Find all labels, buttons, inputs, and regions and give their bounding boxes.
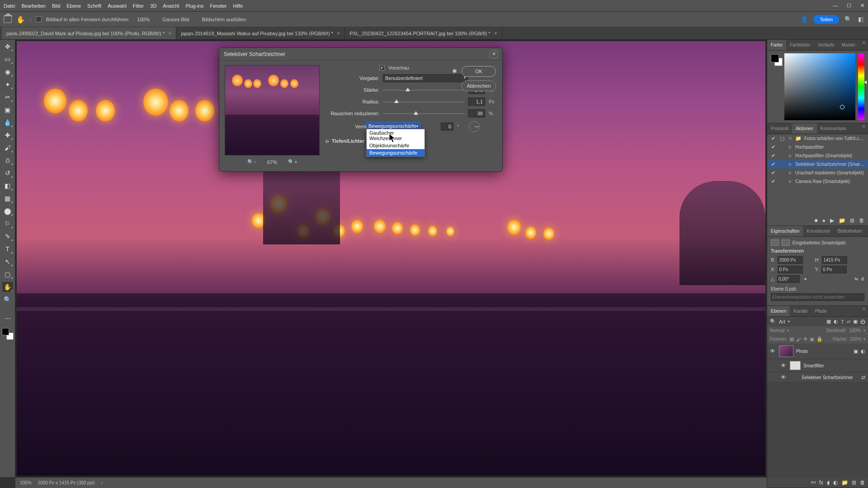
trash-icon[interactable]: 🗑	[859, 217, 864, 224]
opacity-value[interactable]: 100%	[849, 328, 861, 333]
lock-position-icon[interactable]: ✥	[803, 336, 807, 342]
panel-menu-icon[interactable]: ≡	[860, 306, 868, 316]
home-icon[interactable]	[4, 16, 12, 23]
visibility-icon[interactable]: 👁	[781, 374, 787, 380]
fill-screen-button[interactable]: Bildschirm ausfüllen	[198, 15, 250, 24]
panel-menu-icon[interactable]: ≡	[860, 123, 868, 134]
smartfilter-row[interactable]: 👁 Smartfilter	[767, 359, 868, 372]
menu-bild[interactable]: Bild	[52, 3, 60, 9]
cancel-button[interactable]: Abbrechen	[462, 80, 496, 91]
search-icon[interactable]: 🔍	[844, 16, 852, 23]
maximize-icon[interactable]: ☐	[847, 3, 851, 9]
stop-icon[interactable]: ■	[815, 217, 818, 224]
crop-tool-icon[interactable]: ✂	[2, 92, 13, 102]
preview-image[interactable]	[225, 65, 320, 155]
tab-kommentare[interactable]: Kommentare	[817, 123, 850, 134]
color-spectrum[interactable]	[784, 53, 855, 120]
close-tab-icon[interactable]: ×	[494, 30, 497, 37]
group-icon[interactable]: 📁	[841, 479, 848, 486]
marquee-tool-icon[interactable]: ▭	[2, 54, 13, 64]
trash-icon[interactable]: 🗑	[860, 479, 865, 486]
foreground-color-swatch[interactable]	[2, 328, 9, 335]
pen-tool-icon[interactable]: ✎	[2, 231, 13, 241]
lasso-tool-icon[interactable]: ◉	[2, 67, 13, 77]
move-tool-icon[interactable]: ✥	[2, 42, 13, 52]
new-set-icon[interactable]: 📁	[839, 217, 845, 224]
action-row[interactable]: ✔▷Hochpassfilter (Smartobjekt)	[767, 151, 868, 160]
filter-toggle-icon[interactable]: ⏻	[860, 319, 865, 324]
blend-mode-select[interactable]: Normal	[770, 328, 784, 333]
gradient-tool-icon[interactable]: ▦	[2, 193, 13, 203]
blend-options-icon[interactable]: ⇄	[861, 375, 865, 380]
lock-transparency-icon[interactable]: ▦	[789, 336, 794, 342]
tab-protokoll[interactable]: Protokoll	[767, 123, 792, 134]
frame-tool-icon[interactable]: ▣	[2, 105, 13, 115]
action-row[interactable]: ✔▷Hochpassfilter	[767, 143, 868, 151]
hue-slider[interactable]	[858, 53, 864, 120]
tab-korrekturen[interactable]: Korrekturen	[803, 226, 834, 236]
filter-pixel-icon[interactable]: ▦	[826, 319, 831, 324]
adjustment-icon[interactable]: ◐	[833, 479, 838, 486]
preview-checkbox[interactable]: ✔	[379, 65, 385, 70]
stamp-tool-icon[interactable]: ⎙	[2, 155, 13, 165]
tab-kanaele[interactable]: Kanäle	[790, 306, 811, 316]
tab-verlaeufe[interactable]: Verläufe	[814, 40, 838, 50]
angle-input[interactable]	[441, 122, 453, 131]
status-dimensions[interactable]: 2000 Px x 1415 Px (300 ppi)	[38, 480, 95, 485]
action-row[interactable]: ✔▷Selektiver Scharfzeichner (Smarto…	[767, 160, 868, 169]
angle-dial[interactable]	[469, 121, 480, 132]
fit-screen-button[interactable]: Ganzes Bild	[158, 15, 193, 24]
edit-toolbar-icon[interactable]: ⋯	[2, 314, 13, 324]
heal-tool-icon[interactable]: ✚	[2, 130, 13, 140]
document-tab[interactable]: PXL_20230422_122623454.PORTRAIT.jpg bei …	[345, 27, 502, 39]
close-tab-icon[interactable]: ×	[337, 30, 340, 37]
layer-comp-select[interactable]	[771, 293, 864, 301]
action-row[interactable]: ✔▷Unscharf maskieren (Smartobjekt)	[767, 169, 868, 177]
dialog-close-button[interactable]: ✕	[490, 50, 498, 58]
menu-filter[interactable]: Filter	[133, 3, 144, 9]
layer-name[interactable]: Photo	[796, 349, 851, 354]
record-icon[interactable]: ●	[822, 217, 826, 224]
y-input[interactable]	[821, 266, 847, 273]
radius-slider[interactable]	[383, 99, 464, 105]
menu-3d[interactable]: 3D	[150, 3, 156, 9]
menu-auswahl[interactable]: Auswahl	[108, 3, 127, 9]
hand-tool-icon[interactable]: ✋	[2, 282, 13, 292]
user-icon[interactable]: 👤	[801, 16, 808, 23]
angle-input[interactable]	[777, 275, 800, 283]
document-tab[interactable]: paris-2499022_David Mark auf Pixabay.jpg…	[2, 27, 176, 39]
tab-pfade[interactable]: Pfade	[811, 306, 830, 316]
history-brush-icon[interactable]: ↺	[2, 168, 13, 178]
filter-adjust-icon[interactable]: ◐	[834, 319, 838, 324]
filter-shape-icon[interactable]: ▱	[847, 319, 850, 324]
close-icon[interactable]: ✕	[860, 3, 864, 9]
flip-h-icon[interactable]: ⇋	[854, 277, 858, 282]
fill-value[interactable]: 100%	[849, 337, 861, 342]
tab-farbfelder[interactable]: Farbfelder	[786, 40, 814, 50]
x-input[interactable]	[778, 266, 803, 273]
tab-bibliotheken[interactable]: Bibliotheken	[834, 226, 866, 236]
dropdown-option[interactable]: Bewegungsunschärfe	[367, 149, 425, 156]
dropdown-option[interactable]: Objektivunschärfe	[367, 142, 425, 149]
layer-thumbnail[interactable]	[779, 345, 793, 357]
zoom-tool-icon[interactable]: 🔍	[2, 295, 13, 305]
width-input[interactable]	[778, 256, 803, 264]
link-icon[interactable]: ⚯	[811, 479, 816, 486]
menu-schrift[interactable]: Schrift	[87, 3, 101, 9]
status-chevron-icon[interactable]: ›	[101, 480, 103, 485]
menu-hilfe[interactable]: Hilfe	[233, 3, 243, 9]
radius-input[interactable]	[468, 98, 485, 106]
filter-mask-thumbnail[interactable]	[790, 361, 801, 370]
minimize-icon[interactable]: —	[833, 3, 838, 9]
shape-tool-icon[interactable]: ▢	[2, 269, 13, 279]
play-icon[interactable]: ▶	[830, 217, 834, 224]
lock-all-icon[interactable]: 🔒	[816, 336, 823, 342]
action-set-row[interactable]: ✔ ▢ ▽ 📁 Fotos schärfen von TutKit.com	[767, 134, 868, 143]
blur-tool-icon[interactable]: ⬤	[2, 206, 13, 216]
tab-eigenschaften[interactable]: Eigenschaften	[767, 226, 803, 236]
menu-ebene[interactable]: Ebene	[66, 3, 81, 9]
color-swatches[interactable]	[771, 54, 779, 62]
menu-datei[interactable]: Datei	[4, 3, 15, 9]
tab-aktionen[interactable]: Aktionen	[792, 123, 817, 134]
filter-icon[interactable]: 🔍	[770, 319, 776, 324]
